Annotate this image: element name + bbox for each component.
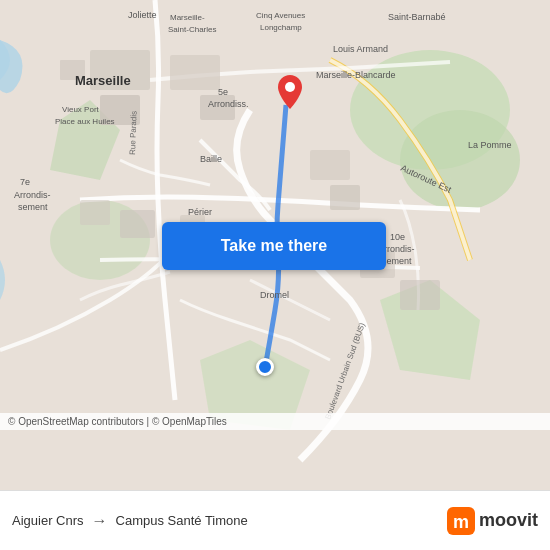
- svg-text:Longchamp: Longchamp: [260, 23, 302, 32]
- svg-text:Place aux Huiles: Place aux Huiles: [55, 117, 115, 126]
- svg-rect-17: [120, 210, 155, 238]
- origin-pin: [256, 358, 274, 376]
- svg-rect-10: [170, 55, 220, 90]
- svg-text:sement: sement: [18, 202, 48, 212]
- svg-text:Rue Paradis: Rue Paradis: [128, 111, 139, 155]
- bottom-bar: Aiguier Cnrs → Campus Santé Timone m moo…: [0, 490, 550, 550]
- svg-text:Arrondiss.: Arrondiss.: [208, 99, 249, 109]
- svg-rect-12: [310, 150, 350, 180]
- svg-text:La Pomme: La Pomme: [468, 140, 512, 150]
- svg-text:sement: sement: [382, 256, 412, 266]
- svg-rect-16: [80, 200, 110, 225]
- svg-rect-15: [400, 280, 440, 310]
- svg-text:Saint-Barnabé: Saint-Barnabé: [388, 12, 446, 22]
- svg-text:Marseille: Marseille: [75, 73, 131, 88]
- svg-text:Marseille-: Marseille-: [170, 13, 205, 22]
- moovit-text: moovit: [479, 510, 538, 531]
- moovit-icon: m: [447, 507, 475, 535]
- destination-pin: [278, 75, 302, 113]
- svg-text:Dromel: Dromel: [260, 290, 289, 300]
- svg-point-2: [400, 110, 520, 210]
- svg-text:Baille: Baille: [200, 154, 222, 164]
- svg-text:Marseille-Blancarde: Marseille-Blancarde: [316, 70, 396, 80]
- svg-point-45: [285, 82, 295, 92]
- svg-text:5e: 5e: [218, 87, 228, 97]
- svg-text:Joliette: Joliette: [128, 10, 157, 20]
- svg-text:Saint-Charles: Saint-Charles: [168, 25, 216, 34]
- svg-text:m: m: [453, 512, 469, 532]
- svg-text:Vieux Port: Vieux Port: [62, 105, 100, 114]
- arrow-icon: →: [92, 512, 108, 530]
- svg-text:Arrondis-: Arrondis-: [14, 190, 51, 200]
- svg-text:7e: 7e: [20, 177, 30, 187]
- to-label: Campus Santé Timone: [116, 513, 248, 528]
- svg-rect-13: [330, 185, 360, 210]
- svg-text:Périer: Périer: [188, 207, 212, 217]
- moovit-logo: m moovit: [447, 507, 538, 535]
- copyright-text: © OpenStreetMap contributors | © OpenMap…: [0, 413, 550, 430]
- svg-text:Cinq Avenues: Cinq Avenues: [256, 11, 305, 20]
- from-label: Aiguier Cnrs: [12, 513, 84, 528]
- map-container: Marseille 7e Arrondis- sement 10e Arrond…: [0, 0, 550, 490]
- svg-text:10e: 10e: [390, 232, 405, 242]
- take-me-there-button[interactable]: Take me there: [162, 222, 386, 270]
- svg-text:Louis Armand: Louis Armand: [333, 44, 388, 54]
